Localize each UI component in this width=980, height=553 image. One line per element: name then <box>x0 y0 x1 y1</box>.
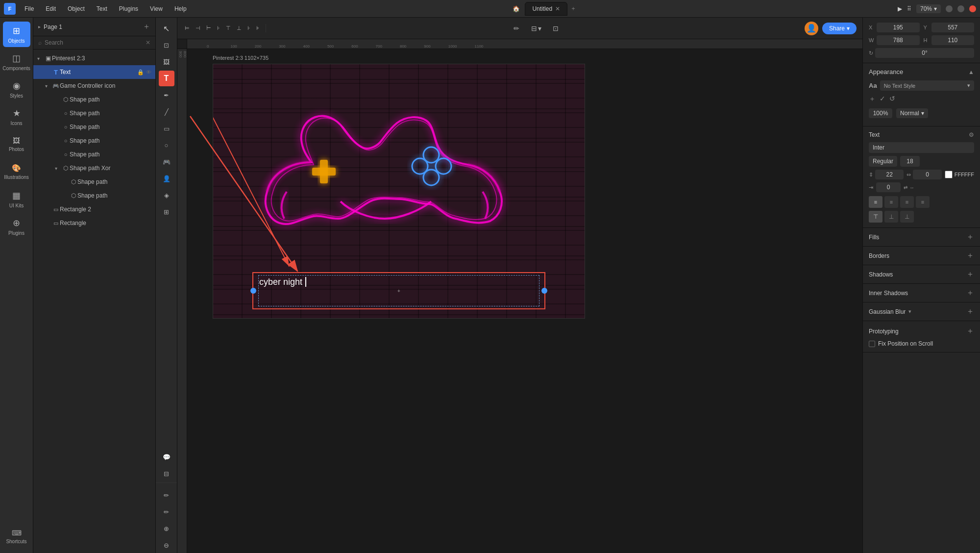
image-tool-button[interactable]: 🖼 <box>159 54 174 70</box>
align-distribute-v-icon[interactable]: ⊧ <box>255 24 261 32</box>
layer-pinterest[interactable]: ▾ ▣ Pinterest 2:3 <box>33 51 155 65</box>
add-page-button[interactable]: ＋ <box>143 22 150 32</box>
sidebar-item-photos[interactable]: 🖼 Photos <box>3 131 30 157</box>
text-align-expand-icon[interactable]: ⇄ <box>904 185 907 190</box>
search-clear-icon[interactable]: ✕ <box>146 39 150 46</box>
new-tab-button[interactable]: ＋ <box>567 4 579 13</box>
game-tool-button[interactable]: 🎮 <box>159 154 174 170</box>
letter-spacing-value[interactable]: 0 <box>913 170 941 179</box>
x-value[interactable]: 195 <box>877 23 920 32</box>
tab-close-button[interactable]: ✕ <box>555 5 560 12</box>
layer-eye-icon[interactable]: 👁 <box>146 69 151 75</box>
prototyping-add-button[interactable]: ＋ <box>966 326 974 336</box>
pen-canvas-tool[interactable]: ✏ <box>509 21 524 36</box>
layer-shape-xor[interactable]: ▾ ⬡ Shape path Xor ◈ <box>33 161 155 175</box>
minimize-button[interactable]: — <box>946 5 953 12</box>
menu-file[interactable]: File <box>20 3 39 14</box>
font-family-input[interactable]: Inter <box>869 142 974 153</box>
sidebar-item-components[interactable]: ◫ Components <box>3 49 30 75</box>
layer-shape-path-3[interactable]: ▸ ○ Shape path <box>33 120 155 134</box>
sidebar-item-styles[interactable]: ◉ Styles <box>3 76 30 102</box>
pen2-tool-button[interactable]: ✏ <box>159 487 174 503</box>
borders-add-button[interactable]: ＋ <box>966 251 974 261</box>
sidebar-item-objects[interactable]: ⊞ Objects <box>3 22 30 47</box>
add-style-icon[interactable]: ＋ <box>869 95 876 103</box>
sidebar-item-icons[interactable]: ★ Icons <box>3 104 30 129</box>
layer-lock-icon[interactable]: 🔒 <box>137 69 144 75</box>
search-input[interactable] <box>45 39 143 46</box>
text-align-left-button[interactable]: ≡ <box>869 196 882 208</box>
fills-add-button[interactable]: ＋ <box>966 232 974 242</box>
layer-rectangle[interactable]: ▸ ▭ Rectangle <box>33 216 155 230</box>
sidebar-item-plugins[interactable]: ⊕ Plugins <box>3 214 30 239</box>
gaussian-blur-add-button[interactable]: ＋ <box>966 306 974 317</box>
y-value[interactable]: 557 <box>931 23 975 32</box>
w-value[interactable]: 788 <box>877 35 920 45</box>
sidebar-item-ui-kits[interactable]: ▦ UI Kits <box>3 186 30 212</box>
blend-mode-dropdown[interactable]: Normal ▾ <box>896 108 928 118</box>
menu-object[interactable]: Object <box>63 3 90 14</box>
menu-view[interactable]: View <box>145 3 168 14</box>
align-center-h-icon[interactable]: ⊣ <box>194 24 202 32</box>
appearance-collapse-button[interactable]: ▲ <box>968 69 974 75</box>
align-right-edges-icon[interactable]: ⊢ <box>205 24 213 32</box>
gaussian-blur-chevron-icon[interactable]: ▾ <box>908 308 911 315</box>
menu-edit[interactable]: Edit <box>41 3 61 14</box>
play-button[interactable]: ▶ <box>898 5 902 12</box>
text-align-center-button[interactable]: ≡ <box>884 196 898 208</box>
layer-shape-path-4[interactable]: ▸ ○ Shape path <box>33 134 155 148</box>
layer-rectangle2[interactable]: ▸ ▭ Rectangle 2 <box>33 202 155 216</box>
layer-shape-path-2[interactable]: ▸ ○ Shape path <box>33 106 155 120</box>
align-bottom-edges-icon[interactable]: ⊦ <box>246 24 252 32</box>
refresh-style-icon[interactable]: ↺ <box>889 95 895 103</box>
text-color-swatch[interactable] <box>945 171 953 178</box>
crop-tool-button[interactable]: ⊡ <box>159 37 174 53</box>
frame-tool-button[interactable]: ⊟ <box>159 466 174 481</box>
circle-tool-button[interactable]: ○ <box>159 137 174 153</box>
text-valign-top-button[interactable]: ⊤ <box>869 211 882 223</box>
rect-tool-button[interactable]: ▭ <box>159 121 174 136</box>
line-height-value[interactable]: 22 <box>875 170 904 179</box>
canvas-content[interactable]: Pinterest 2:3 1102×735 <box>187 49 862 553</box>
text-adjust-icon[interactable]: ⚙ <box>969 131 974 138</box>
resize-canvas-tool[interactable]: ⊡ <box>548 21 564 36</box>
sidebar-item-shortcuts[interactable]: ⌨ Shortcuts <box>3 524 30 549</box>
grid-button[interactable]: ⠿ <box>907 5 911 12</box>
layer-shape-path-1[interactable]: ▸ ⬡ Shape path <box>33 93 155 106</box>
text-align-right-button[interactable]: ≡ <box>900 196 914 208</box>
font-style-dropdown[interactable]: Regular <box>869 156 897 167</box>
font-size-input[interactable]: 18 <box>900 156 920 167</box>
tab-untitled[interactable]: Untitled ✕ <box>525 2 567 16</box>
zoom-out-button[interactable]: ⊖ <box>159 537 174 553</box>
person-tool-button[interactable]: 👤 <box>159 171 174 186</box>
text-tool-button[interactable]: T <box>159 71 174 86</box>
layer-game-controller[interactable]: ▾ 🎮 Game Controller icon <box>33 79 155 93</box>
rotation-value[interactable]: 0° <box>875 48 974 58</box>
shadows-add-button[interactable]: ＋ <box>966 269 974 279</box>
sidebar-item-illustrations[interactable]: 🎨 Illustrations <box>3 159 30 184</box>
text-style-dropdown[interactable]: No Text Style ▾ <box>880 80 974 91</box>
comment-tool-button[interactable]: 💬 <box>159 449 174 465</box>
layer-shape-path-5[interactable]: ▸ ○ Shape path <box>33 148 155 161</box>
close-button[interactable]: ✕ <box>969 5 976 12</box>
text-overflow-icon[interactable]: ↔ <box>909 185 914 190</box>
text-align-justify-button[interactable]: ≡ <box>916 196 930 208</box>
h-value[interactable]: 110 <box>931 35 975 45</box>
menu-plugins[interactable]: Plugins <box>114 3 143 14</box>
grid-tool-button[interactable]: ⊞ <box>159 204 174 220</box>
fix-position-checkbox[interactable] <box>869 341 875 347</box>
select-tool-button[interactable]: ↖ <box>159 21 174 36</box>
home-button[interactable]: 🏠 <box>510 5 523 12</box>
text-valign-bottom-button[interactable]: ⊥ <box>900 211 914 223</box>
layer-shape-xor-2[interactable]: ▸ ⬡ Shape path <box>33 189 155 202</box>
align-top-edges-icon[interactable]: ⊤ <box>224 24 232 32</box>
zoom-in-button[interactable]: ⊕ <box>159 521 174 536</box>
mask-canvas-tool[interactable]: ⊟ ▾ <box>528 21 544 36</box>
text-color-value[interactable]: FFFFFF <box>955 172 974 177</box>
menu-text[interactable]: Text <box>92 3 112 14</box>
share-button[interactable]: Share ▾ <box>822 23 857 34</box>
zoom-control[interactable]: 70% ▾ <box>916 4 941 13</box>
menu-help[interactable]: Help <box>170 3 192 14</box>
pen-tool-button[interactable]: ✒ <box>159 87 174 103</box>
text-valign-middle-button[interactable]: ⊥ <box>884 211 898 223</box>
